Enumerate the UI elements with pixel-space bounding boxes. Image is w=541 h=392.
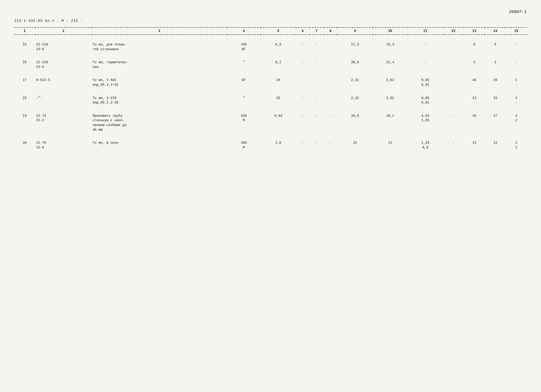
cell-2-14: 2 bbox=[485, 58, 506, 71]
header-col9: 9 bbox=[337, 27, 373, 35]
header-col15: I5 bbox=[506, 27, 527, 35]
cell-4-13: 23 bbox=[464, 94, 485, 107]
cell-4-14: IO bbox=[485, 94, 506, 107]
cell-6-2: 2I-78 I5-6 bbox=[35, 139, 92, 152]
cell-1-5: 0,5 bbox=[261, 41, 296, 53]
header-col10: IO bbox=[373, 27, 408, 35]
cell-4-10: I,02 bbox=[373, 94, 408, 107]
cell-4-9: 2,32 bbox=[337, 94, 373, 107]
cell-6-8: - bbox=[324, 139, 338, 152]
subtitle: 2I2-I-332.85 Ал.У . M - 23I - bbox=[14, 19, 527, 23]
header-col14: I4 bbox=[485, 27, 506, 35]
cell-3-8: - bbox=[324, 76, 338, 89]
cell-2-12: - bbox=[443, 58, 464, 71]
cell-6-11: I,I8 0,8 bbox=[408, 139, 443, 152]
cell-4-11: 0,05 0,0I bbox=[408, 94, 443, 107]
cell-5-8: - bbox=[324, 112, 338, 134]
cell-1-11: - bbox=[408, 41, 443, 53]
cell-6-4: IOO М bbox=[227, 139, 261, 152]
cell-1-12: - bbox=[443, 41, 464, 53]
cell-4-8: - bbox=[324, 94, 338, 107]
spacer-row bbox=[14, 53, 527, 58]
cell-1-1: I5 bbox=[14, 41, 35, 53]
cell-3-10: I,02 bbox=[373, 76, 408, 89]
table-header: I 2 3 4 5 6 7 8 9 IO II I2 I3 I4 I5 bbox=[14, 27, 527, 35]
cell-4-7: - bbox=[310, 94, 324, 107]
cell-2-2: 2I-I20 23-8 bbox=[35, 58, 92, 71]
cell-6-10: I2 bbox=[373, 139, 408, 152]
cell-2-9: 30,8 bbox=[337, 58, 373, 71]
cell-5-4: IOO М bbox=[227, 112, 261, 134]
table-row: I52I-II8 23-6То же, для откры- той устан… bbox=[14, 41, 527, 53]
header-col13: I3 bbox=[464, 27, 485, 35]
cell-2-5: 0,I bbox=[261, 58, 296, 71]
table-row: 202I-78 I5-6То же, в полуIOO МI,0---I5I2… bbox=[14, 139, 527, 152]
cell-1-13: 6 bbox=[464, 41, 485, 53]
cell-3-1: I7 bbox=[14, 76, 35, 89]
header-col1: I bbox=[14, 27, 35, 35]
cell-1-8: - bbox=[324, 41, 338, 53]
header-col8: 8 bbox=[324, 27, 338, 35]
cell-6-5: I,0 bbox=[261, 139, 296, 152]
cell-1-2: 2I-II8 23-6 bbox=[35, 41, 92, 53]
cell-6-6: - bbox=[296, 139, 310, 152]
header-col12: I2 bbox=[443, 27, 464, 35]
cell-4-3: То же, У-2IO инд.05.I.2-I6 bbox=[92, 94, 227, 107]
spacer-row bbox=[14, 107, 527, 112]
cell-5-15: 4 2 bbox=[506, 112, 527, 134]
cell-4-5: IO bbox=[261, 94, 296, 107]
cell-3-13: 46 bbox=[464, 76, 485, 89]
cell-2-7: - bbox=[310, 58, 324, 71]
cell-4-4: " bbox=[227, 94, 261, 107]
cell-5-6: - bbox=[296, 112, 310, 134]
cell-6-14: I2 bbox=[485, 139, 506, 152]
cell-1-7: - bbox=[310, 41, 324, 53]
cell-2-4: " bbox=[227, 58, 261, 71]
main-table: I 2 3 4 5 6 7 8 9 IO II I2 I3 I4 I5 I52I… bbox=[14, 27, 527, 152]
cell-5-2: 2I-74 I5-2 bbox=[35, 112, 92, 134]
cell-4-1: I8 bbox=[14, 94, 35, 107]
header-col4: 4 bbox=[227, 27, 261, 35]
cell-6-7: - bbox=[310, 139, 324, 152]
cell-2-13: 3 bbox=[464, 58, 485, 71]
cell-1-14: 5 bbox=[485, 41, 506, 53]
cell-6-12: - bbox=[443, 139, 464, 152]
cell-5-11: 4,63 I,85 bbox=[408, 112, 443, 134]
cell-5-5: 0,94 bbox=[261, 112, 296, 134]
page-number: 20807-1 bbox=[14, 10, 527, 14]
cell-3-14: 20 bbox=[485, 76, 506, 89]
cell-3-3: То же, У-94С инд.05.2.3-0I bbox=[92, 76, 227, 89]
cell-3-4: ШТ bbox=[227, 76, 261, 89]
spacer-row bbox=[14, 89, 527, 94]
cell-1-6: - bbox=[296, 41, 310, 53]
table-row: I62I-I20 23-8То же, герметичес- кая"0,I-… bbox=[14, 58, 527, 71]
cell-1-15: - bbox=[506, 41, 527, 53]
cell-4-15: I - bbox=[506, 94, 527, 107]
cell-5-12: - bbox=[443, 112, 464, 134]
cell-2-3: То же, герметичес- кая bbox=[92, 58, 227, 71]
cell-2-6: - bbox=[296, 58, 310, 71]
cell-1-10: IO,3 bbox=[373, 41, 408, 53]
cell-3-15: I - bbox=[506, 76, 527, 89]
header-col3: 3 bbox=[92, 27, 227, 35]
cell-3-11: 0,05 0,0I bbox=[408, 76, 443, 89]
header-col7: 7 bbox=[310, 27, 324, 35]
cell-4-12: - bbox=[443, 94, 464, 107]
cell-2-15: - bbox=[506, 58, 527, 71]
cell-3-5: 20 bbox=[261, 76, 296, 89]
cell-5-1: I9 bbox=[14, 112, 35, 134]
spacer-row bbox=[14, 71, 527, 76]
cell-4-2: -"- bbox=[35, 94, 92, 107]
cell-5-10: 29,2 bbox=[373, 112, 408, 134]
cell-5-14: 27 bbox=[485, 112, 506, 134]
cell-3-7: - bbox=[310, 76, 324, 89]
cell-5-7: - bbox=[310, 112, 324, 134]
top-spacer bbox=[14, 35, 527, 41]
table-row: I78-522-5То же, У-94С инд.05.2.3-0IШТ20-… bbox=[14, 76, 527, 89]
cell-2-10: 2I,4 bbox=[373, 58, 408, 71]
spacer-row bbox=[14, 134, 527, 139]
table-row: I92I-74 I5-2Проложить трубу стальную с к… bbox=[14, 112, 527, 134]
cell-1-4: IOO ШТ bbox=[227, 41, 261, 53]
cell-5-13: 35 bbox=[464, 112, 485, 134]
cell-6-13: I5 bbox=[464, 139, 485, 152]
